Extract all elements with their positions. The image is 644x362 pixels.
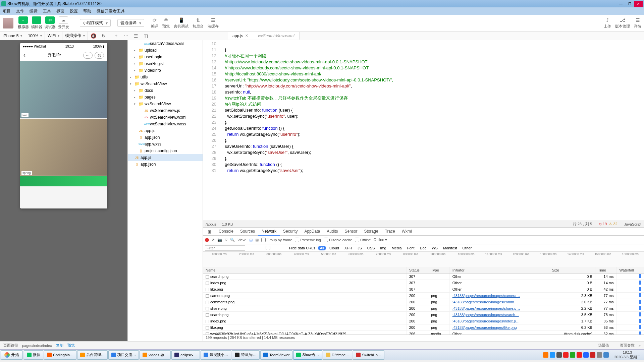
system-tray[interactable]	[541, 352, 611, 358]
toolbar-action[interactable]: 编辑器	[31, 16, 42, 30]
taskbar-item[interactable]: 短视频小…	[201, 350, 231, 360]
split-icon[interactable]: ◫	[141, 33, 151, 39]
throttle-select[interactable]: Online ▾	[374, 238, 387, 242]
type-filter[interactable]: Cloud	[327, 246, 341, 250]
network-row[interactable]: share.png200png:43188/pages/resource/ima…	[203, 305, 644, 312]
column-header[interactable]: Size	[549, 267, 595, 274]
capsule-close-icon[interactable]: ◎	[95, 52, 104, 59]
devtools-tab[interactable]: Console	[215, 228, 237, 236]
start-button[interactable]: 开始	[1, 350, 23, 360]
editor-tab[interactable]: wxSearchView.wxml	[253, 32, 299, 40]
menu-item[interactable]: 编辑	[30, 8, 38, 14]
toolbar-action[interactable]: ☰清缓存	[208, 17, 219, 29]
action-select[interactable]: 模拟操作▾	[62, 32, 88, 40]
type-filter[interactable]: CSS	[365, 246, 377, 250]
tree-icon[interactable]: ☰	[131, 33, 141, 39]
menu-item[interactable]: 项目	[3, 8, 11, 14]
taskbar-item[interactable]: SwitchHo…	[353, 350, 384, 360]
tray-icon[interactable]	[597, 352, 602, 358]
taskbar-item[interactable]: D:\ffmpe…	[323, 350, 352, 360]
taskbar-clock[interactable]: 19:13 2020/3/3 星期二	[611, 350, 644, 359]
file-tree-item[interactable]: ▸📁upload	[128, 47, 203, 54]
tray-icon[interactable]	[570, 352, 575, 358]
network-table[interactable]: NameStatusTypeInitiatorSizeTimeWaterfall…	[203, 267, 644, 335]
devtools-tab[interactable]: Security	[280, 228, 301, 236]
view-grid-icon[interactable]: ▦	[255, 238, 259, 242]
tray-icon[interactable]	[563, 352, 569, 358]
rotate-icon[interactable]: ↻	[99, 33, 108, 39]
network-row[interactable]: like.png307Other0 B42 ms	[203, 286, 644, 293]
camera-icon[interactable]: 📷	[217, 238, 222, 242]
network-row[interactable]: search.png200png:43188/pages/resource/im…	[203, 312, 644, 318]
toolbar-action[interactable]: 📱真机调试	[174, 17, 189, 29]
file-tree-item[interactable]: ▸📁utils	[128, 74, 203, 80]
search-icon[interactable]: 🔍	[230, 238, 235, 242]
taskbar-item[interactable]: CodingMa…	[44, 350, 76, 360]
filter-icon[interactable]: ▽	[225, 238, 227, 242]
minimize-button[interactable]: —	[616, 1, 625, 7]
column-header[interactable]: Type	[428, 267, 449, 274]
add-tab-button[interactable]: ＋	[111, 33, 121, 39]
view-list-icon[interactable]: ▤	[249, 238, 253, 242]
project-avatar[interactable]	[3, 18, 13, 28]
column-header[interactable]: Name	[203, 267, 406, 274]
menu-item[interactable]: 微信开发者工具	[97, 8, 125, 14]
taskbar-item[interactable]: Show秀…	[293, 350, 322, 360]
code-area[interactable]: }, //可能不在同一个网段 //https://www.lotcloudy.c…	[220, 40, 644, 221]
file-tree-item[interactable]: ▸📁docs	[128, 87, 203, 94]
file-tree-item[interactable]: ▸📁userRegist	[128, 60, 203, 67]
file-tree-item[interactable]: JSapp.js	[128, 127, 203, 134]
maximize-button[interactable]: ❐	[625, 1, 634, 7]
menu-item[interactable]: 设置	[70, 8, 78, 14]
expand-icon[interactable]: »	[639, 344, 641, 348]
offline-checkbox[interactable]: Offline	[355, 238, 371, 242]
devtools-tab[interactable]: Trace	[382, 228, 398, 236]
phone-content[interactable]: test spring	[20, 61, 107, 208]
menu-item[interactable]: 文件	[16, 8, 24, 14]
menu-item[interactable]: 帮助	[83, 8, 91, 14]
more-icon[interactable]: ⋯	[121, 33, 131, 39]
tray-icon[interactable]	[550, 352, 555, 358]
file-tree-item[interactable]: ▾📁wsSearchView	[128, 80, 203, 87]
device-select[interactable]: iPhone 5▾	[0, 32, 25, 40]
type-filter[interactable]: All	[318, 246, 326, 250]
type-filter[interactable]: XHR	[342, 246, 354, 250]
column-header[interactable]: Initiator	[449, 267, 549, 274]
network-row[interactable]: like.png200png:43188/pages/resource/imag…	[203, 324, 644, 331]
taskbar-item[interactable]: videos @…	[140, 350, 171, 360]
menu-item[interactable]: 工具	[43, 8, 51, 14]
warning-count[interactable]: ⚠ 32	[609, 222, 617, 226]
capsule-more-icon[interactable]: ···	[83, 52, 93, 59]
toolbar-action[interactable]: ⎇版本管理	[615, 17, 630, 29]
menu-item[interactable]: 界面	[56, 8, 64, 14]
record-icon[interactable]	[205, 238, 209, 242]
toolbar-action[interactable]: ⟳编译	[151, 17, 158, 29]
network-row[interactable]: comments.png200png:43188/pages/resource/…	[203, 299, 644, 305]
taskbar-item[interactable]: TeamViewer	[260, 350, 292, 360]
devtools-tab[interactable]: Wxml	[398, 228, 415, 236]
devtools-tab[interactable]: Sensor	[341, 228, 361, 236]
devtools-tab[interactable]: Network	[258, 228, 280, 236]
editor-tab[interactable]: app.js✕	[228, 32, 253, 40]
toolbar-action[interactable]: ☁云开发	[58, 16, 69, 30]
devtools-tab[interactable]: Audits	[323, 228, 341, 236]
taskbar-item[interactable]: 后台管理…	[77, 350, 108, 360]
type-filter[interactable]: Img	[378, 246, 388, 250]
close-button[interactable]: ✕	[634, 1, 643, 7]
file-tree-item[interactable]: JSwxSearchView.js	[128, 107, 203, 114]
taskbar-item[interactable]: 管理员:…	[232, 350, 260, 360]
clear-icon[interactable]: ⊘	[212, 238, 215, 242]
network-row[interactable]: search.png307Other0 B14 ms	[203, 274, 644, 280]
file-tree-item[interactable]: wxsssearchVideos.wxss	[128, 40, 203, 47]
type-filter[interactable]: Manifest	[441, 246, 459, 250]
network-timeline[interactable]: 100000 ms200000 ms300000 ms400000 ms5000…	[203, 252, 644, 267]
column-header[interactable]: Time	[595, 267, 616, 274]
network-row[interactable]: index.png200png:43188/pages/resource/ima…	[203, 318, 644, 324]
type-filter[interactable]: JS	[356, 246, 364, 250]
file-tree-item[interactable]: JSapp.js	[128, 154, 203, 161]
file-tree-item[interactable]: ▸📁pages	[128, 94, 203, 101]
toolbar-action[interactable]: ⇅切后台	[193, 17, 204, 29]
tray-icon[interactable]	[577, 352, 582, 358]
toolbar-action[interactable]: ▫模拟器	[17, 16, 29, 30]
video-thumb[interactable]: test	[20, 61, 107, 118]
